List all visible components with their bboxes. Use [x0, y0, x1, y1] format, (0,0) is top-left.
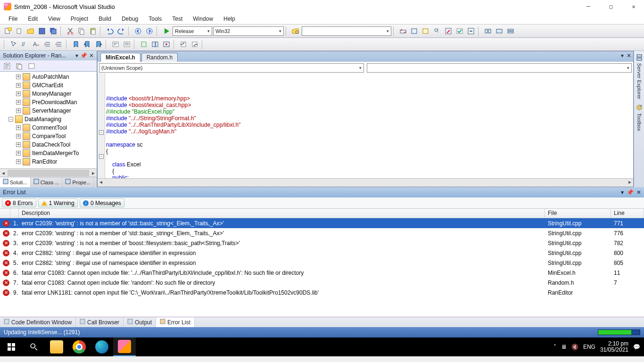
menu-help[interactable]: Help — [219, 14, 240, 24]
platform-combo[interactable]: Win32 — [213, 26, 284, 36]
warnings-filter-button[interactable]: 1 Warning — [38, 198, 78, 207]
sync-icon[interactable] — [398, 26, 408, 36]
open-icon[interactable] — [25, 26, 36, 36]
tray-chevron-icon[interactable]: ˄ — [553, 344, 556, 350]
save-icon[interactable] — [37, 26, 47, 36]
menu-test[interactable]: Test — [167, 14, 187, 24]
tree-item[interactable]: +DataCheckTool — [1, 140, 96, 149]
code-line[interactable]: { — [106, 148, 633, 155]
error-row[interactable]: ✕6fatal error C1083: Cannot open include… — [0, 268, 644, 278]
code-line[interactable]: #include <boost/tr1/memory.hpp> — [106, 95, 633, 102]
menu-tools[interactable]: Tools — [144, 14, 166, 24]
maximize-button[interactable]: ▢ — [604, 2, 618, 11]
tb2-e[interactable] — [161, 39, 172, 49]
start-debug-icon[interactable] — [161, 26, 172, 36]
menu-window[interactable]: Window — [188, 14, 218, 24]
error-row[interactable]: ✕1error C2039: 'wstring' : is not a memb… — [0, 218, 644, 228]
outdent-icon[interactable] — [54, 39, 64, 49]
toolbox-tab[interactable]: Toolbox — [636, 113, 642, 131]
tree-item[interactable]: +RanEditor — [1, 157, 96, 166]
code-line[interactable]: public: — [106, 174, 633, 178]
bookmark-next-icon[interactable] — [93, 39, 104, 49]
error-row[interactable]: ✕9fatal error LNK1181: cannot open input… — [0, 288, 644, 297]
taskbar-search-icon[interactable] — [23, 337, 45, 356]
member-combo[interactable] — [367, 63, 632, 73]
outline-gutter[interactable] — [98, 73, 105, 178]
el-close-icon[interactable]: ✕ — [636, 189, 641, 196]
tb-btn-e[interactable] — [454, 26, 465, 36]
tree-item[interactable]: +AutoPatchMan — [1, 73, 96, 81]
bottom-tab[interactable]: Error List — [156, 317, 195, 327]
taskbar-vs-icon[interactable] — [113, 337, 136, 356]
expander-icon[interactable]: + — [16, 74, 21, 79]
code-line[interactable]: namespace sc — [106, 141, 633, 148]
tray-volume-icon[interactable]: 🔇 — [571, 344, 578, 350]
error-row[interactable]: ✕2error C2039: 'wstring' : is not a memb… — [0, 228, 644, 238]
expander-icon[interactable]: + — [16, 91, 21, 96]
pin-icon[interactable]: 📌 — [80, 52, 87, 59]
code-line[interactable] — [106, 135, 633, 141]
document-tab[interactable]: Random.h — [141, 53, 178, 62]
tb-btn-h[interactable] — [494, 26, 504, 36]
editor-h-scrollbar[interactable]: ◂▸ — [98, 178, 633, 187]
error-row[interactable]: ✕3error C2039: 'wstring' : is not a memb… — [0, 238, 644, 248]
close-button[interactable]: ✕ — [627, 2, 640, 11]
tab-close-icon[interactable]: ✕ — [627, 52, 631, 59]
bottom-tab[interactable]: Output — [124, 317, 156, 327]
tb2-g[interactable] — [190, 39, 200, 49]
code-line[interactable]: #include "../../String/StringFormat.h" — [106, 115, 633, 122]
tb-btn-f[interactable] — [466, 26, 476, 36]
tree-item[interactable]: +ItemDataMergerTo — [1, 149, 96, 157]
panel-dropdown-icon[interactable]: ▾ — [75, 52, 78, 59]
uncomment-icon[interactable]: A — [31, 39, 41, 49]
taskbar-edge-icon[interactable] — [91, 337, 113, 356]
tree-item[interactable]: +CompareTool — [1, 132, 96, 140]
tree-item[interactable]: +ServerManager — [1, 107, 96, 115]
code-line[interactable]: //#include "BasicExcel.hpp" — [106, 108, 633, 115]
comment-icon[interactable]: // — [20, 39, 30, 49]
toolbox-icon[interactable] — [636, 104, 643, 111]
bookmark-prev-icon[interactable] — [82, 39, 92, 49]
undo-icon[interactable] — [105, 26, 115, 36]
config-combo[interactable]: Release — [173, 26, 212, 36]
expander-icon[interactable]: + — [16, 108, 21, 113]
messages-filter-button[interactable]: i0 Messages — [80, 198, 124, 207]
fold-icon[interactable]: - — [99, 130, 104, 135]
tray-language[interactable]: ENG — [583, 344, 595, 350]
menu-edit[interactable]: Edit — [23, 14, 42, 24]
find-in-files-icon[interactable] — [290, 26, 301, 36]
nav-fwd-icon[interactable] — [144, 26, 155, 36]
error-row[interactable]: ✕4error C2882: 'string' : illegal use of… — [0, 248, 644, 258]
tray-clock[interactable]: 2:10 pm31/05/2021 — [600, 341, 628, 353]
code-editor[interactable]: #include <boost/tr1/memory.hpp>#include … — [98, 73, 633, 178]
el-pin-icon[interactable]: 📌 — [627, 189, 634, 196]
new-project-icon[interactable] — [3, 26, 13, 36]
tree-item[interactable]: +MoneyManager — [1, 90, 96, 98]
find-combo[interactable] — [302, 26, 391, 36]
add-item-icon[interactable] — [14, 26, 25, 36]
tb-btn-a[interactable] — [409, 26, 420, 36]
tb2-a[interactable] — [110, 39, 121, 49]
expander-icon[interactable]: + — [16, 100, 21, 105]
indent-icon[interactable] — [42, 39, 53, 49]
redo-icon[interactable] — [116, 26, 126, 36]
expander-icon[interactable]: + — [16, 83, 21, 88]
taskbar-explorer-icon[interactable] — [45, 337, 68, 356]
menu-debug[interactable]: Debug — [117, 14, 143, 24]
scope-combo[interactable]: (Unknown Scope) — [99, 63, 364, 73]
tree-item[interactable]: +CommentTool — [1, 123, 96, 132]
tray-notifications-icon[interactable]: 💬 — [633, 344, 640, 350]
expander-icon[interactable]: + — [16, 159, 21, 164]
bottom-tab[interactable]: Code Definition Window — [0, 317, 76, 327]
document-tab[interactable]: MinExcel.h — [100, 53, 140, 62]
expander-icon[interactable]: + — [16, 142, 21, 147]
code-line[interactable]: { — [106, 168, 633, 174]
tb2-f[interactable] — [178, 39, 189, 49]
paste-icon[interactable] — [88, 26, 98, 36]
side-tab[interactable]: Class ... — [31, 177, 63, 187]
code-line[interactable]: #include "../../RanThirdParty/LibXl/incl… — [106, 122, 633, 128]
col-description[interactable]: Description — [19, 209, 545, 218]
start-button[interactable] — [0, 337, 23, 356]
tb-btn-g[interactable] — [483, 26, 493, 36]
cursor-icon[interactable] — [8, 39, 19, 49]
